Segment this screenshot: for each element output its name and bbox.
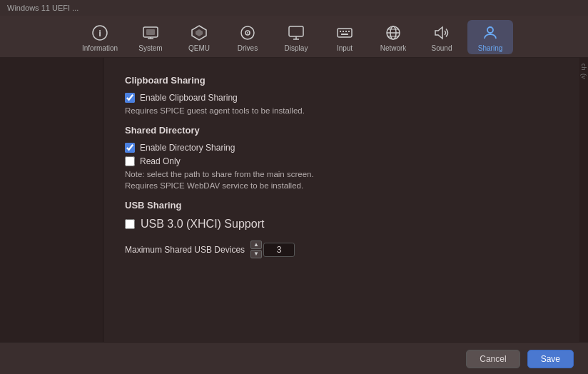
toolbar-label-sound: Sound (432, 44, 452, 52)
svg-rect-14 (338, 29, 352, 37)
svg-text:i: i (98, 28, 101, 39)
toolbar-label-sharing: Sharing (478, 44, 502, 52)
toolbar-item-sound[interactable]: Sound (419, 20, 465, 54)
system-icon (141, 23, 161, 43)
toolbar-item-qemu[interactable]: QEMU (176, 20, 222, 54)
read-only-checkbox[interactable] (125, 156, 135, 166)
stepper-down-button[interactable]: ▼ (250, 250, 262, 258)
toolbar: i Information System QEMU (0, 16, 588, 58)
toolbar-label-system: System (138, 44, 162, 52)
enable-directory-checkbox[interactable] (125, 143, 135, 153)
right-strip-text-2: (v (580, 74, 587, 79)
sharing-icon (480, 23, 500, 43)
enable-clipboard-checkbox[interactable] (125, 93, 135, 103)
usb30-checkbox[interactable] (125, 219, 135, 229)
clipboard-sharing-title: Clipboard Sharing (125, 75, 558, 86)
enable-clipboard-row: Enable Clipboard Sharing (125, 93, 558, 103)
read-only-label: Read Only (140, 156, 181, 166)
usb30-label: USB 3.0 (XHCI) Support (141, 218, 264, 231)
main-content: Clipboard Sharing Enable Clipboard Shari… (103, 58, 579, 342)
svg-rect-17 (345, 31, 347, 32)
network-icon (383, 23, 403, 43)
toolbar-item-drives[interactable]: Drives (225, 20, 270, 54)
enable-directory-row: Enable Directory Sharing (125, 143, 558, 153)
enable-directory-label: Enable Directory Sharing (140, 143, 235, 153)
display-icon (286, 23, 306, 43)
shared-directory-section: Shared Directory Enable Directory Sharin… (125, 125, 558, 190)
toolbar-label-drives: Drives (238, 44, 258, 52)
svg-marker-25 (435, 27, 442, 39)
toolbar-item-network[interactable]: Network (370, 20, 416, 54)
title-bar-text: Windows 11 UEFI ... (7, 4, 78, 12)
usb-sharing-title: USB Sharing (125, 200, 558, 211)
directory-note-2: Requires SPICE WebDAV service to be inst… (125, 181, 558, 190)
drives-icon (238, 23, 258, 43)
toolbar-label-qemu: QEMU (188, 44, 210, 52)
read-only-row: Read Only (125, 156, 558, 166)
title-bar: Windows 11 UEFI ... (0, 0, 588, 16)
usb30-row: USB 3.0 (XHCI) Support (125, 218, 558, 231)
svg-rect-18 (348, 31, 350, 32)
enable-clipboard-label: Enable Clipboard Sharing (140, 93, 238, 103)
right-strip: ch (v (579, 58, 588, 342)
toolbar-item-display[interactable]: Display (273, 20, 319, 54)
toolbar-item-sharing[interactable]: Sharing (467, 20, 513, 54)
cancel-button[interactable]: Cancel (466, 350, 519, 368)
toolbar-label-information: Information (82, 44, 118, 52)
svg-point-10 (247, 32, 248, 34)
svg-marker-7 (196, 29, 203, 36)
toolbar-item-input[interactable]: Input (322, 20, 368, 54)
qemu-icon (189, 23, 209, 43)
content-area: Clipboard Sharing Enable Clipboard Shari… (0, 58, 588, 342)
svg-rect-19 (341, 34, 348, 35)
save-button[interactable]: Save (527, 350, 574, 368)
max-usb-label: Maximum Shared USB Devices (125, 245, 245, 255)
toolbar-item-system[interactable]: System (128, 20, 173, 54)
clipboard-sharing-section: Clipboard Sharing Enable Clipboard Shari… (125, 75, 558, 115)
sidebar (0, 58, 103, 342)
right-strip-text: ch (580, 64, 587, 71)
input-icon (335, 23, 355, 43)
max-usb-stepper: ▲ ▼ 3 (250, 241, 295, 258)
information-icon: i (90, 23, 110, 43)
footer: Cancel Save (0, 342, 588, 374)
svg-rect-15 (340, 31, 341, 32)
toolbar-label-network: Network (380, 44, 407, 52)
max-usb-input[interactable]: 3 (263, 243, 295, 257)
usb-sharing-section: USB Sharing USB 3.0 (XHCI) Support Maxim… (125, 200, 558, 258)
svg-point-26 (487, 27, 493, 33)
sound-icon (432, 23, 452, 43)
shared-directory-title: Shared Directory (125, 125, 558, 136)
svg-rect-3 (146, 29, 155, 35)
directory-note-1: Note: select the path to share from the … (125, 170, 558, 178)
svg-rect-16 (343, 31, 344, 32)
svg-rect-11 (289, 26, 303, 36)
clipboard-note: Requires SPICE guest agent tools to be i… (125, 106, 558, 115)
stepper-up-button[interactable]: ▲ (250, 241, 262, 249)
toolbar-label-display: Display (285, 44, 308, 52)
toolbar-item-information[interactable]: i Information (75, 20, 125, 54)
max-usb-row: Maximum Shared USB Devices ▲ ▼ 3 (125, 241, 558, 258)
stepper-buttons: ▲ ▼ (250, 241, 262, 258)
toolbar-label-input: Input (337, 44, 353, 52)
